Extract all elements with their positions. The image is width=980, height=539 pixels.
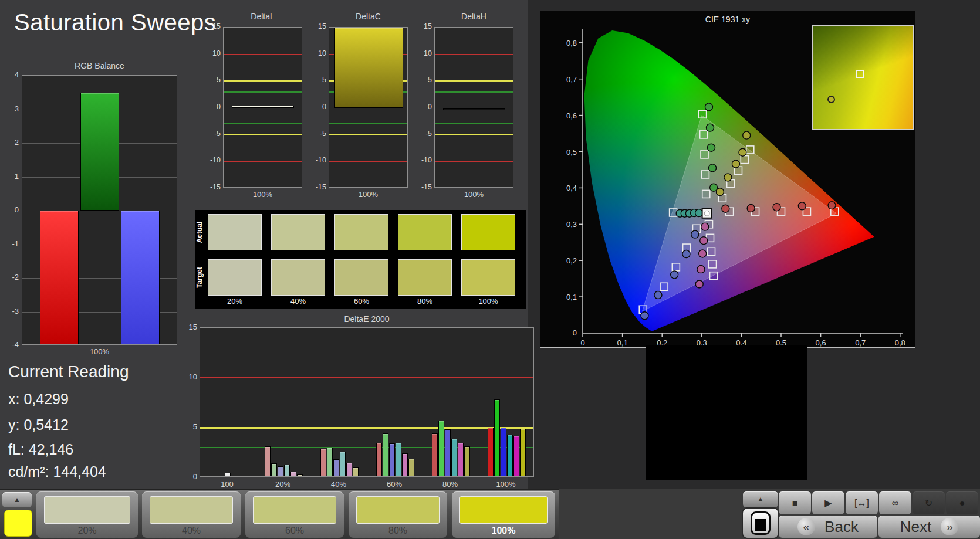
- next-button[interactable]: Next »: [878, 516, 980, 538]
- transport-step-range-button[interactable]: [↔]: [846, 491, 878, 514]
- y-tick-label: 15: [309, 22, 326, 30]
- column-label: 80%: [398, 297, 452, 306]
- loop-continuous-icon: ∞: [879, 491, 911, 514]
- deltae-bar: [333, 459, 339, 477]
- back-label: Back: [824, 518, 859, 536]
- measured-marker-green: [709, 164, 717, 172]
- y-tick-label: 0: [203, 103, 221, 111]
- sample-label: 20%: [36, 526, 138, 536]
- delta-c-title: DeltaC: [329, 12, 408, 21]
- sample-label: 40%: [142, 526, 241, 536]
- y-tick-label: 10: [309, 49, 326, 57]
- x-group-label: 80%: [432, 480, 468, 489]
- step-range-icon: [↔]: [846, 491, 878, 514]
- transport-stop-button[interactable]: ■: [779, 491, 811, 514]
- current-color-swatch[interactable]: [4, 510, 32, 537]
- measured-marker-blue: [654, 291, 662, 299]
- y-tick-label: 3: [0, 104, 19, 113]
- sample-button-100%[interactable]: 100%: [452, 491, 555, 538]
- target-row-label: Target: [195, 260, 204, 295]
- deltae-bar: [458, 443, 464, 477]
- measured-marker-magenta: [699, 250, 707, 257]
- y-tick-label: 0: [176, 472, 197, 481]
- y-tick-label: -5: [414, 130, 432, 138]
- x-group-label: 20%: [265, 480, 300, 489]
- sample-swatch-20%: [44, 496, 130, 524]
- column-label: 40%: [271, 297, 325, 306]
- pattern-window-icon-fill: [755, 519, 766, 531]
- scroll-up-button[interactable]: ▲: [2, 492, 32, 507]
- svg-text:0,4: 0,4: [566, 184, 577, 192]
- deltae-bar: [340, 452, 346, 477]
- deltae-bar: [520, 429, 526, 477]
- pattern-preview-window: [646, 345, 807, 480]
- y-tick-label: 5: [309, 76, 326, 84]
- back-button[interactable]: « Back: [779, 516, 877, 538]
- measured-marker-green: [705, 103, 712, 111]
- actual-swatch-80%: [398, 214, 452, 250]
- sample-button-60%[interactable]: 60%: [245, 491, 344, 538]
- y-tick-label: 15: [414, 22, 432, 30]
- measured-marker-red: [747, 205, 755, 212]
- deltae-bar: [327, 448, 333, 477]
- y-tick-label: 1: [0, 172, 19, 181]
- cie-1931-panel: 00,10,10,20,20,30,30,40,40,50,50,60,60,7…: [540, 11, 915, 348]
- svg-text:0,7: 0,7: [566, 75, 577, 84]
- target-swatch-40%: [271, 259, 325, 296]
- transport-loop-continuous-button[interactable]: ∞: [879, 491, 911, 514]
- sample-button-80%[interactable]: 80%: [349, 491, 447, 538]
- target-swatch-20%: [208, 259, 262, 296]
- deltae-bar: [402, 453, 408, 477]
- measured-marker-blue: [641, 312, 648, 320]
- rgb-bar-red: [40, 211, 79, 345]
- deltae-bar: [494, 399, 500, 477]
- sample-label: 100%: [452, 526, 555, 536]
- measured-marker-red: [722, 205, 729, 212]
- reference-line: [435, 91, 513, 93]
- transport-play-button[interactable]: ▶: [812, 491, 844, 514]
- target-swatch-100%: [461, 259, 515, 296]
- delta-c-chart: DeltaC 100% 151050-5-10-15: [309, 11, 411, 198]
- delta-l-plot: [223, 27, 302, 188]
- reference-line: [329, 134, 407, 135]
- actual-swatch-20%: [208, 214, 262, 250]
- pattern-window-toggle[interactable]: [743, 509, 778, 538]
- rgb-balance-title: RGB Balance: [22, 61, 177, 70]
- measured-marker-yellow: [739, 148, 746, 156]
- y-tick-label: -2: [0, 273, 19, 282]
- measured-marker-yellow: [724, 174, 732, 181]
- next-chevron-icon: »: [941, 518, 958, 535]
- measured-marker-blue: [691, 230, 699, 238]
- x-group-label: 60%: [377, 480, 412, 489]
- reference-line: [224, 123, 302, 124]
- sample-button-40%[interactable]: 40%: [142, 491, 241, 538]
- svg-text:0,6: 0,6: [566, 111, 577, 120]
- column-label: 20%: [208, 297, 262, 306]
- cie-title: CIE 1931 xy: [540, 15, 915, 24]
- rgb-balance-plot: [22, 75, 177, 345]
- sample-button-20%[interactable]: 20%: [36, 491, 138, 538]
- deltae-bar: [488, 428, 494, 477]
- refresh-icon: ↻: [913, 491, 945, 514]
- y-tick-label: -5: [203, 130, 221, 138]
- pattern-scroll-up-button[interactable]: ▲: [743, 491, 778, 507]
- deltae-bar: [432, 433, 438, 477]
- delta-c-xlabel: 100%: [329, 190, 408, 199]
- y-tick-label: 0: [0, 205, 19, 214]
- svg-text:0,1: 0,1: [566, 293, 577, 301]
- up-arrow-icon: ▲: [13, 496, 21, 504]
- reference-line: [435, 161, 513, 162]
- reference-line: [224, 161, 302, 162]
- y-tick-label: 0: [414, 103, 432, 111]
- cie-zoom-inset: [812, 25, 914, 130]
- inset-measured-marker: [827, 96, 835, 103]
- svg-text:0,6: 0,6: [816, 338, 826, 347]
- transport-refresh-button[interactable]: ↻: [913, 491, 945, 514]
- delta-l-bar: [232, 106, 294, 108]
- transport-record-button[interactable]: ●: [946, 491, 978, 514]
- deltae-bar: [451, 439, 457, 477]
- measured-marker-magenta: [695, 280, 703, 288]
- svg-text:0,8: 0,8: [566, 39, 577, 48]
- target-swatch-60%: [334, 259, 388, 296]
- deltae-bar: [320, 449, 326, 477]
